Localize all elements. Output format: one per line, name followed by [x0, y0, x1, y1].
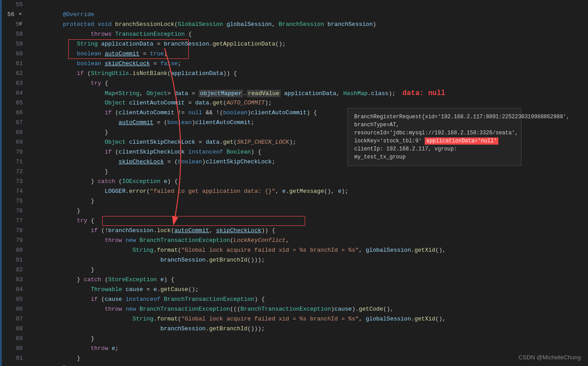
tooltip-text4: clientIp: 192.168.2.117, vgroup:	[354, 146, 457, 152]
ln-67: 67	[2, 118, 23, 128]
ln-68: 68	[2, 128, 23, 137]
ln-71: 71	[2, 157, 23, 167]
ln-60: 60	[2, 49, 23, 59]
ln-80: 80	[2, 245, 23, 255]
line-77: if (!branchSession.lock(autoCommit, skip…	[28, 216, 588, 226]
ln-85: 85	[2, 295, 23, 304]
line-57: throws TransactionException {	[28, 20, 588, 29]
line-59: boolean autoCommit = true;	[28, 39, 588, 49]
line-84: if (cause instanceof BranchTransactionEx…	[28, 285, 588, 295]
ln-59: 59	[2, 39, 23, 49]
ln-79: 79	[2, 236, 23, 245]
ln-56: 56 ⚬ ⚬	[2, 10, 23, 20]
ln-55: 55	[2, 0, 23, 10]
line-74: }	[28, 187, 588, 196]
line-58: String applicationData = branchSession.g…	[28, 29, 588, 39]
ln-63: 63	[2, 79, 23, 88]
line-86: String.format("Global lock acquire faile…	[28, 304, 588, 314]
ln-57: 57	[2, 20, 23, 29]
ln-81: 81	[2, 255, 23, 265]
line-85: throw new BranchTransactionException(((B…	[28, 295, 588, 304]
ln-84: 84	[2, 285, 23, 295]
line-60: boolean skipCheckLock = false;	[28, 49, 588, 59]
line-64: Object clientAutoCommit = data.get(AUTO_…	[28, 88, 588, 98]
ln-72: 72	[2, 167, 23, 177]
line-80: branchSession.getBranchId()));	[28, 245, 588, 255]
ln-70: 70	[2, 147, 23, 157]
ln-76: 76	[2, 206, 23, 216]
ln-62: 62	[2, 69, 23, 79]
ln-91: 91	[2, 354, 23, 363]
ln-82: 82	[2, 265, 23, 275]
line-numbers: 55 56 ⚬ ⚬ 57 58 59 60 61 62 63 64 65 66 …	[2, 0, 26, 366]
tooltip-text3: lockKey='stock_tbl:9'	[354, 138, 425, 144]
line-63: Map<String, Object> data = objectMapper.…	[28, 79, 588, 88]
ln-58: 58	[2, 29, 23, 39]
tooltip-text2: branchType=AT, resourceId='jdbc:mysql://…	[354, 122, 518, 136]
ln-90: 90	[2, 344, 23, 354]
ln-73: 73	[2, 177, 23, 187]
code-editor: 55 56 ⚬ ⚬ 57 58 59 60 61 62 63 64 65 66 …	[0, 0, 588, 366]
ln-88: 88	[2, 324, 23, 334]
line-73: LOGGER.error("failed to get application …	[28, 177, 588, 187]
line-75: }	[28, 196, 588, 206]
ln-66: 66	[2, 108, 23, 118]
ln-75: 75	[2, 196, 23, 206]
line-65: if (clientAutoCommit != null && !(boolea…	[28, 98, 588, 108]
watermark: CSDN @MichelleChung	[518, 354, 581, 361]
line-91: }	[28, 354, 588, 363]
line-78: throw new BranchTransactionException(Loc…	[28, 226, 588, 236]
ln-65: 65	[2, 98, 23, 108]
ln-78: 78	[2, 226, 23, 236]
line-79: String.format("Global lock acquire faile…	[28, 236, 588, 245]
line-83: Throwable cause = e.getCause();	[28, 275, 588, 285]
ln-77: 77	[2, 216, 23, 226]
ln-61: 61	[2, 59, 23, 69]
line-56: protected void branchSessionLock(GlobalS…	[28, 10, 588, 20]
line-55: @Override	[28, 0, 588, 10]
line-62: try {	[28, 69, 588, 79]
line-76: try {	[28, 206, 588, 216]
line-72: } catch (IOException e) {	[28, 167, 588, 177]
line-88: }	[28, 324, 588, 334]
line-89: throw e;	[28, 334, 588, 344]
ln-74: 74	[2, 187, 23, 196]
ln-64: 64	[2, 88, 23, 98]
tooltip-text1: BranchRegisterRequest{xid='192.168.2.117…	[354, 114, 569, 120]
line-90: }	[28, 344, 588, 354]
line-61: if (StringUtils.isNotBlank(applicationDa…	[28, 59, 588, 69]
ln-86: 86	[2, 304, 23, 314]
tooltip-popup: BranchRegisterRequest{xid='192.168.2.117…	[348, 108, 522, 166]
tooltip-text5: my_test_tx_group	[354, 154, 406, 160]
ln-83: 83	[2, 275, 23, 285]
code-area: @Override protected void branchSessionLo…	[26, 0, 588, 366]
ln-69: 69	[2, 137, 23, 147]
ln-89: 89	[2, 334, 23, 344]
tooltip-highlight: applicationData='null'	[425, 137, 498, 145]
ln-87: 87	[2, 314, 23, 324]
line-87: branchSession.getBranchId()));	[28, 314, 588, 324]
line-82: } catch (StoreException e) {	[28, 265, 588, 275]
line-81: }	[28, 255, 588, 265]
